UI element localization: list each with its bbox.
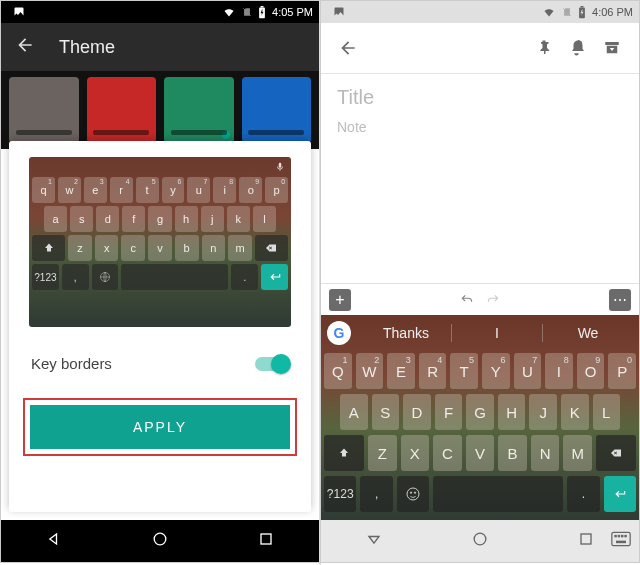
key-m[interactable]: M	[563, 435, 592, 471]
key-c[interactable]: C	[433, 435, 462, 471]
key-f[interactable]: F	[435, 394, 463, 430]
space-key[interactable]	[121, 264, 228, 290]
emoji-key[interactable]	[92, 264, 119, 290]
key-o[interactable]: o9	[239, 177, 262, 203]
comma-key[interactable]: ,	[360, 476, 392, 512]
key-j[interactable]: J	[529, 394, 557, 430]
key-w[interactable]: w2	[58, 177, 81, 203]
keyboard[interactable]: G Thanks I We Q1W2E3R4T5Y6U7I8O9P0ASDFGH…	[321, 315, 639, 520]
key-c[interactable]: c	[121, 235, 145, 261]
apply-highlight: APPLY	[23, 398, 297, 456]
key-j[interactable]: j	[201, 206, 224, 232]
key-e[interactable]: e3	[84, 177, 107, 203]
key-i[interactable]: i8	[213, 177, 236, 203]
note-input[interactable]: Note	[337, 119, 623, 135]
key-r[interactable]: R4	[419, 353, 447, 389]
undo-icon[interactable]	[454, 289, 480, 311]
key-k[interactable]: k	[227, 206, 250, 232]
shift-key[interactable]	[32, 235, 65, 261]
key-a[interactable]: a	[44, 206, 67, 232]
back-icon[interactable]	[15, 35, 35, 60]
key-b[interactable]: B	[498, 435, 527, 471]
key-i[interactable]: I8	[545, 353, 573, 389]
add-icon[interactable]: +	[329, 289, 351, 311]
suggestion-3[interactable]: We	[543, 325, 633, 341]
key-p[interactable]: P0	[608, 353, 636, 389]
key-u[interactable]: U7	[514, 353, 542, 389]
key-y[interactable]: y6	[162, 177, 185, 203]
reminder-icon[interactable]	[561, 39, 595, 57]
suggestion-1[interactable]: Thanks	[361, 325, 451, 341]
backspace-key[interactable]	[596, 435, 636, 471]
key-r[interactable]: r4	[110, 177, 133, 203]
nav-back-icon[interactable]	[364, 529, 384, 553]
comma-key[interactable]: ,	[62, 264, 89, 290]
theme-swatch[interactable]	[87, 77, 157, 143]
key-g[interactable]: G	[466, 394, 494, 430]
theme-swatch[interactable]	[9, 77, 79, 143]
enter-key[interactable]	[261, 264, 288, 290]
key-q[interactable]: Q1	[324, 353, 352, 389]
suggestion-2[interactable]: I	[452, 325, 542, 341]
key-m[interactable]: m	[228, 235, 252, 261]
overflow-icon[interactable]: ⋯	[609, 289, 631, 311]
key-n[interactable]: N	[531, 435, 560, 471]
key-borders-switch[interactable]	[255, 357, 289, 371]
key-w[interactable]: W2	[356, 353, 384, 389]
key-p[interactable]: p0	[265, 177, 288, 203]
nav-recents-icon[interactable]	[576, 529, 596, 553]
period-key[interactable]: .	[567, 476, 599, 512]
key-l[interactable]: L	[593, 394, 621, 430]
enter-key[interactable]	[604, 476, 636, 512]
key-z[interactable]: Z	[368, 435, 397, 471]
key-d[interactable]: d	[96, 206, 119, 232]
no-sim-icon	[562, 6, 572, 18]
key-t[interactable]: T5	[450, 353, 478, 389]
period-key[interactable]: .	[231, 264, 258, 290]
key-y[interactable]: Y6	[482, 353, 510, 389]
redo-icon[interactable]	[480, 289, 506, 311]
key-t[interactable]: t5	[136, 177, 159, 203]
title-input[interactable]: Title	[337, 86, 623, 109]
back-icon[interactable]	[331, 38, 365, 58]
google-icon[interactable]: G	[327, 321, 351, 345]
key-v[interactable]: v	[148, 235, 172, 261]
numbers-key[interactable]: ?123	[324, 476, 356, 512]
nav-home-icon[interactable]	[150, 529, 170, 553]
archive-icon[interactable]	[595, 39, 629, 57]
nav-recents-icon[interactable]	[256, 529, 276, 553]
key-d[interactable]: D	[403, 394, 431, 430]
key-u[interactable]: u7	[187, 177, 210, 203]
key-h[interactable]: h	[175, 206, 198, 232]
key-v[interactable]: V	[466, 435, 495, 471]
key-a[interactable]: A	[340, 394, 368, 430]
shift-key[interactable]	[324, 435, 364, 471]
key-o[interactable]: O9	[577, 353, 605, 389]
key-s[interactable]: s	[70, 206, 93, 232]
key-z[interactable]: z	[68, 235, 92, 261]
key-e[interactable]: E3	[387, 353, 415, 389]
nav-home-icon[interactable]	[470, 529, 490, 553]
key-l[interactable]: l	[253, 206, 276, 232]
keyboard-switch-icon[interactable]	[611, 529, 631, 553]
space-key[interactable]	[433, 476, 563, 512]
key-b[interactable]: b	[175, 235, 199, 261]
pin-icon[interactable]	[527, 39, 561, 57]
emoji-key[interactable]	[397, 476, 429, 512]
apply-button[interactable]: APPLY	[30, 405, 290, 449]
theme-swatch[interactable]	[164, 77, 234, 143]
key-n[interactable]: n	[202, 235, 226, 261]
key-k[interactable]: K	[561, 394, 589, 430]
key-s[interactable]: S	[372, 394, 400, 430]
key-h[interactable]: H	[498, 394, 526, 430]
key-f[interactable]: f	[122, 206, 145, 232]
preview-sheet: q1w2e3r4t5y6u7i8o9p0asdfghjklzxcvbnm?123…	[9, 141, 311, 512]
key-q[interactable]: q1	[32, 177, 55, 203]
nav-back-icon[interactable]	[44, 529, 64, 553]
backspace-key[interactable]	[255, 235, 288, 261]
key-x[interactable]: x	[95, 235, 119, 261]
key-x[interactable]: X	[401, 435, 430, 471]
theme-swatch[interactable]	[242, 77, 312, 143]
key-g[interactable]: g	[148, 206, 171, 232]
numbers-key[interactable]: ?123	[32, 264, 59, 290]
